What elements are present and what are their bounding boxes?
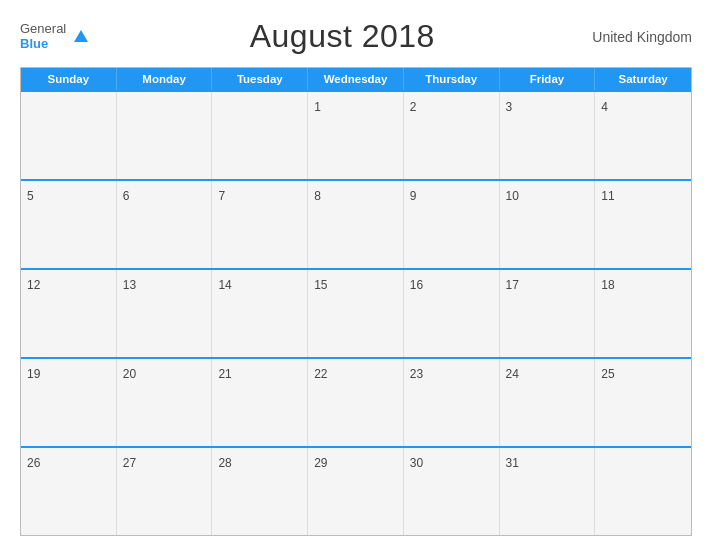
day-number: 3 (506, 100, 513, 114)
day-number: 13 (123, 278, 136, 292)
logo-triangle-icon (70, 24, 92, 46)
day-number: 24 (506, 367, 519, 381)
day-cell: 29 (308, 448, 404, 535)
day-number: 25 (601, 367, 614, 381)
day-cell: 10 (500, 181, 596, 268)
weeks-container: 1234567891011121314151617181920212223242… (21, 90, 691, 535)
svg-marker-0 (74, 30, 88, 42)
week-row-4: 19202122232425 (21, 357, 691, 446)
day-header-friday: Friday (500, 68, 596, 90)
logo: General Blue (20, 22, 92, 51)
day-cell: 4 (595, 92, 691, 179)
day-cell: 3 (500, 92, 596, 179)
day-cell (117, 92, 213, 179)
day-cell: 14 (212, 270, 308, 357)
day-cell: 7 (212, 181, 308, 268)
day-number: 10 (506, 189, 519, 203)
day-number: 12 (27, 278, 40, 292)
day-number: 8 (314, 189, 321, 203)
day-number: 15 (314, 278, 327, 292)
week-row-1: 1234 (21, 90, 691, 179)
day-number: 28 (218, 456, 231, 470)
day-cell: 6 (117, 181, 213, 268)
day-number: 20 (123, 367, 136, 381)
day-number: 4 (601, 100, 608, 114)
calendar-header: General Blue August 2018 United Kingdom (20, 18, 692, 55)
day-number: 26 (27, 456, 40, 470)
day-cell: 22 (308, 359, 404, 446)
day-cell: 24 (500, 359, 596, 446)
day-number: 22 (314, 367, 327, 381)
day-header-thursday: Thursday (404, 68, 500, 90)
day-cell: 25 (595, 359, 691, 446)
day-cell: 30 (404, 448, 500, 535)
day-cell: 2 (404, 92, 500, 179)
day-cell: 31 (500, 448, 596, 535)
month-title: August 2018 (250, 18, 435, 55)
day-number: 27 (123, 456, 136, 470)
day-cell: 23 (404, 359, 500, 446)
day-number: 29 (314, 456, 327, 470)
day-cell: 8 (308, 181, 404, 268)
day-header-monday: Monday (117, 68, 213, 90)
week-row-2: 567891011 (21, 179, 691, 268)
day-number: 21 (218, 367, 231, 381)
calendar-grid: SundayMondayTuesdayWednesdayThursdayFrid… (20, 67, 692, 536)
day-number: 1 (314, 100, 321, 114)
day-number: 31 (506, 456, 519, 470)
day-cell: 18 (595, 270, 691, 357)
day-cell (21, 92, 117, 179)
day-cell: 21 (212, 359, 308, 446)
day-number: 5 (27, 189, 34, 203)
day-cell: 12 (21, 270, 117, 357)
day-header-tuesday: Tuesday (212, 68, 308, 90)
country-label: United Kingdom (592, 29, 692, 45)
day-number: 18 (601, 278, 614, 292)
day-number: 30 (410, 456, 423, 470)
day-number: 19 (27, 367, 40, 381)
day-number: 6 (123, 189, 130, 203)
day-cell: 27 (117, 448, 213, 535)
day-number: 9 (410, 189, 417, 203)
day-cell: 19 (21, 359, 117, 446)
day-number: 11 (601, 189, 614, 203)
day-cell: 11 (595, 181, 691, 268)
day-headers-row: SundayMondayTuesdayWednesdayThursdayFrid… (21, 68, 691, 90)
logo-blue-text: Blue (20, 37, 66, 51)
day-header-saturday: Saturday (595, 68, 691, 90)
day-cell (212, 92, 308, 179)
day-cell: 5 (21, 181, 117, 268)
day-cell: 26 (21, 448, 117, 535)
day-number: 2 (410, 100, 417, 114)
week-row-5: 262728293031 (21, 446, 691, 535)
day-number: 7 (218, 189, 225, 203)
day-cell: 16 (404, 270, 500, 357)
day-header-wednesday: Wednesday (308, 68, 404, 90)
day-cell: 20 (117, 359, 213, 446)
week-row-3: 12131415161718 (21, 268, 691, 357)
day-cell: 9 (404, 181, 500, 268)
day-number: 23 (410, 367, 423, 381)
day-number: 14 (218, 278, 231, 292)
day-cell: 1 (308, 92, 404, 179)
day-cell (595, 448, 691, 535)
day-cell: 13 (117, 270, 213, 357)
day-cell: 15 (308, 270, 404, 357)
day-header-sunday: Sunday (21, 68, 117, 90)
day-number: 17 (506, 278, 519, 292)
day-number: 16 (410, 278, 423, 292)
day-cell: 17 (500, 270, 596, 357)
logo-general-text: General (20, 22, 66, 36)
day-cell: 28 (212, 448, 308, 535)
calendar-container: General Blue August 2018 United Kingdom … (0, 0, 712, 550)
